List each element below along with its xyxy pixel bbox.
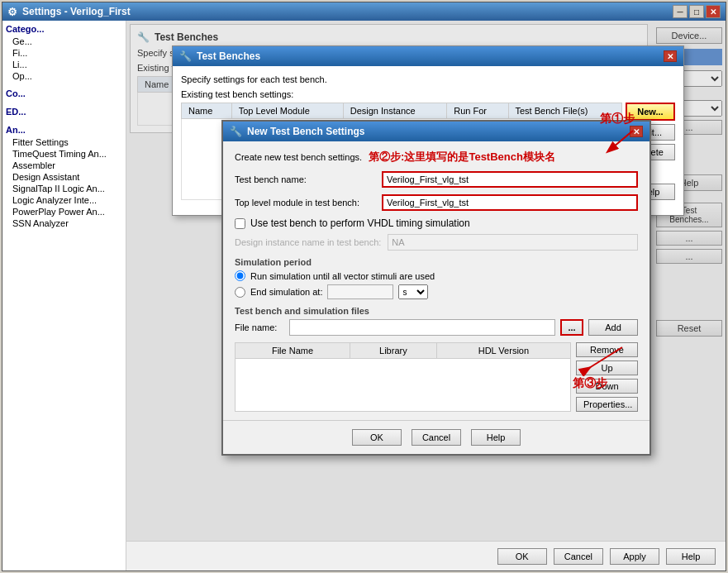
files-col-hdl: HDL Version xyxy=(436,343,570,359)
end-simulation-input[interactable] xyxy=(327,284,393,299)
sidebar-item-timequest[interactable]: TimeQuest Timing An... xyxy=(2,148,126,160)
radio-end-simulation-label: End simulation at: xyxy=(250,287,322,297)
tb-dialog-close[interactable]: ✕ xyxy=(664,50,677,62)
down-file-button[interactable]: Down xyxy=(576,379,638,394)
tb-col-name: Name xyxy=(182,103,232,119)
sidebar-category-main[interactable]: Catego... xyxy=(2,22,126,36)
files-action-buttons: Remove Up Down Properties... xyxy=(576,342,638,412)
radio-all-stimuli[interactable] xyxy=(235,270,245,281)
main-window: ⚙ Settings - Verilog_First ─ □ ✕ Catego.… xyxy=(2,2,726,571)
sidebar-item-ssn[interactable]: SSN Analyzer xyxy=(2,217,126,229)
test-bench-name-label: Test bench name: xyxy=(235,174,375,184)
file-name-row: File name: ... Add xyxy=(235,319,638,336)
tb-col-instance: Design Instance xyxy=(343,103,446,119)
design-instance-input xyxy=(388,234,638,251)
sidebar-item-assembler[interactable]: Assembler xyxy=(2,160,126,171)
sidebar-item-options[interactable]: Op... xyxy=(2,70,126,82)
ok-button[interactable]: OK xyxy=(497,548,547,565)
test-bench-name-input[interactable] xyxy=(382,171,638,188)
time-unit-select[interactable]: s ms us ns ps xyxy=(398,284,428,299)
simulation-period-title: Simulation period xyxy=(235,257,638,267)
sidebar-item-general[interactable]: Ge... xyxy=(2,36,126,47)
file-name-label: File name: xyxy=(235,322,284,332)
apply-button[interactable]: Apply xyxy=(610,548,659,565)
new-dialog-title-bar: 🔧 New Test Bench Settings ✕ xyxy=(223,122,649,141)
files-col-name: File Name xyxy=(236,343,350,359)
tb-col-files: Test Bench File(s) xyxy=(508,103,622,119)
new-dialog-close[interactable]: ✕ xyxy=(630,126,643,137)
tb-dialog-title: Test Benches xyxy=(197,50,260,62)
tb-dialog-icon: 🔧 xyxy=(179,50,192,62)
tb-col-toplevel: Top Level Module xyxy=(231,103,343,119)
cancel-button[interactable]: Cancel xyxy=(554,548,603,565)
vhdl-checkbox[interactable] xyxy=(235,218,245,229)
top-level-module-input[interactable] xyxy=(382,194,638,211)
minimize-button[interactable]: ─ xyxy=(673,5,688,18)
new-testbench-button[interactable]: New... xyxy=(626,103,675,121)
settings-area: 🔧 Test Benches Specify settings for each… xyxy=(126,21,726,541)
file-browse-button[interactable]: ... xyxy=(560,319,583,336)
top-level-module-row: Top level module in test bench: xyxy=(235,194,638,211)
tb-dialog-desc: Specify settings for each test bench. xyxy=(181,74,675,84)
testbench-files-title: Test bench and simulation files xyxy=(235,306,638,316)
create-label: Create new test bench settings. xyxy=(235,152,362,162)
up-file-button[interactable]: Up xyxy=(576,361,638,375)
step2-annotation: 第②步:这里填写的是TestBench模块名 xyxy=(369,150,555,165)
sidebar-item-libraries[interactable]: Li... xyxy=(2,59,126,70)
new-dialog-icon: 🔧 xyxy=(230,126,242,137)
design-instance-label: Design instance name in test bench: xyxy=(235,237,381,247)
sidebar-category-compiler[interactable]: Co... xyxy=(2,87,126,100)
vhdl-label: Use test bench to perform VHDL timing si… xyxy=(250,217,470,229)
file-name-input[interactable] xyxy=(289,319,555,336)
top-level-module-label: Top level module in test bench: xyxy=(235,198,375,208)
new-dialog-cancel[interactable]: Cancel xyxy=(412,429,461,446)
sidebar: Catego... Ge... Fi... Li... Op... Co... … xyxy=(2,21,126,571)
new-dialog-bottom-buttons: OK Cancel Help xyxy=(223,420,649,454)
sidebar-item-design-assistant[interactable]: Design Assistant xyxy=(2,171,126,183)
tb-dialog-existing: Existing test bench settings: xyxy=(181,89,675,99)
help-button[interactable]: Help xyxy=(666,548,716,565)
create-row: Create new test bench settings. 第②步:这里填写… xyxy=(235,150,638,165)
maximize-button[interactable]: □ xyxy=(689,5,704,18)
radio-end-simulation-row: End simulation at: s ms us ns ps xyxy=(235,284,638,299)
sidebar-item-powerplay[interactable]: PowerPlay Power An... xyxy=(2,206,126,217)
main-right-panel: 🔧 Test Benches Specify settings for each… xyxy=(126,21,726,571)
files-table: File Name Library HDL Version xyxy=(235,342,571,412)
new-dialog-help[interactable]: Help xyxy=(471,429,521,446)
test-benches-dialog-titlebar: 🔧 Test Benches ✕ xyxy=(173,46,683,66)
sidebar-category-analysis[interactable]: An... xyxy=(2,123,126,136)
new-testbench-dialog: 🔧 New Test Bench Settings ✕ Create new t… xyxy=(221,120,651,456)
vhdl-checkbox-row: Use test bench to perform VHDL timing si… xyxy=(235,217,638,229)
design-instance-row: Design instance name in test bench: xyxy=(235,234,638,251)
bottom-bar: OK Cancel Apply Help xyxy=(126,541,726,571)
new-dialog-ok[interactable]: OK xyxy=(352,429,402,446)
settings-icon: ⚙ xyxy=(7,6,17,18)
sidebar-item-files[interactable]: Fi... xyxy=(2,47,126,59)
test-bench-name-row: Test bench name: xyxy=(235,171,638,188)
add-file-button[interactable]: Add xyxy=(588,319,638,336)
sidebar-item-fitter[interactable]: Fitter Settings xyxy=(2,136,126,148)
new-dialog-content: Create new test bench settings. 第②步:这里填写… xyxy=(223,141,649,420)
radio-all-stimuli-row: Run simulation until all vector stimuli … xyxy=(235,270,638,281)
sidebar-category-eda[interactable]: ED... xyxy=(2,105,126,118)
new-dialog-title-text: New Test Bench Settings xyxy=(247,126,364,137)
window-title: Settings - Verilog_First xyxy=(22,6,131,17)
close-window-button[interactable]: ✕ xyxy=(706,5,721,18)
radio-end-simulation[interactable] xyxy=(235,287,245,298)
tb-col-runfor: Run For xyxy=(447,103,508,119)
main-title-bar: ⚙ Settings - Verilog_First ─ □ ✕ xyxy=(2,2,726,21)
properties-file-button[interactable]: Properties... xyxy=(576,397,638,412)
remove-file-button[interactable]: Remove xyxy=(576,342,638,357)
files-col-library: Library xyxy=(350,343,436,359)
sidebar-item-logic-analyzer[interactable]: Logic Analyzer Inte... xyxy=(2,194,126,206)
files-section: File Name Library HDL Version Remove xyxy=(235,342,638,412)
sidebar-item-signaltap[interactable]: SignalTap II Logic An... xyxy=(2,183,126,194)
radio-all-stimuli-label: Run simulation until all vector stimuli … xyxy=(250,271,435,281)
